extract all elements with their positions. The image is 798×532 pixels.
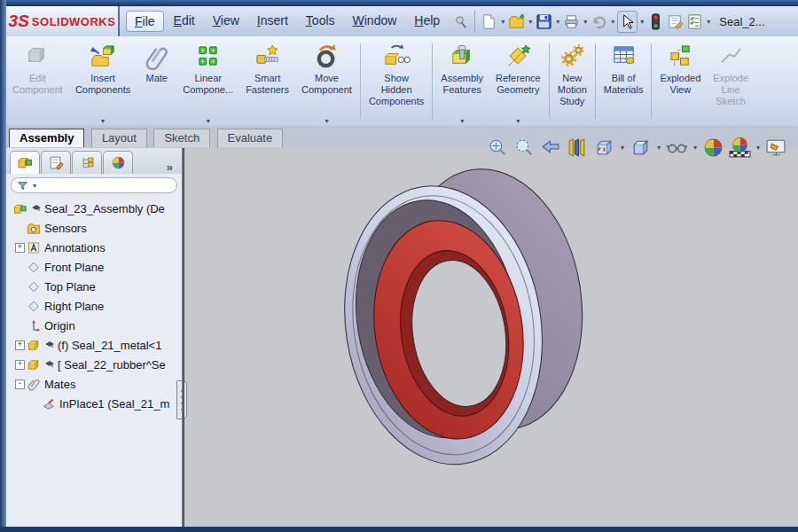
- rebuild-button[interactable]: [646, 12, 665, 32]
- menu-edit[interactable]: Edit: [166, 11, 203, 32]
- apply-scene-button[interactable]: [728, 136, 752, 160]
- tree-label: Right Plane: [44, 300, 104, 313]
- display-style-caret[interactable]: ▾: [657, 144, 661, 152]
- menu-help[interactable]: Help: [406, 11, 448, 32]
- exploded-view-button[interactable]: Exploded View: [653, 36, 707, 126]
- tree-item-mates[interactable]: - Mates: [6, 374, 182, 394]
- tree-label: Seal_23_Assembly (De: [44, 202, 165, 215]
- tree-filter-input[interactable]: ▾: [11, 177, 177, 193]
- new-motion-study-button[interactable]: New Motion Study: [552, 36, 593, 126]
- seal-assembly-model[interactable]: [340, 162, 588, 468]
- tab-assembly[interactable]: Assembly: [9, 129, 84, 147]
- open-button[interactable]: [507, 12, 526, 32]
- section-view-button[interactable]: [566, 136, 590, 160]
- bill-of-materials-button[interactable]: Bill of Materials: [598, 36, 650, 126]
- save-button[interactable]: [535, 12, 553, 32]
- save-icon: [536, 13, 552, 30]
- tab-layout[interactable]: Layout: [91, 129, 147, 147]
- pin-menu-button[interactable]: [451, 12, 470, 32]
- propertymanager-tab[interactable]: [41, 151, 71, 174]
- move-component-icon: [313, 43, 340, 70]
- new-document-button[interactable]: [480, 12, 498, 32]
- open-dropdown-caret[interactable]: ▾: [528, 18, 532, 26]
- panel-viewport-divider[interactable]: [182, 148, 184, 527]
- mate-label: Mate: [146, 73, 168, 84]
- expand-toggle[interactable]: +: [15, 340, 25, 350]
- tab-evaluate[interactable]: Evaluate: [217, 129, 284, 147]
- linear-component-pattern-caret[interactable]: ▾: [207, 117, 210, 125]
- menu-view[interactable]: View: [205, 11, 247, 32]
- reference-geometry-button[interactable]: Reference Geometry ▾: [489, 36, 547, 126]
- select-tool-button[interactable]: [617, 11, 638, 33]
- displaymanager-tab[interactable]: [103, 151, 133, 174]
- featuremanager-tree-tab[interactable]: [10, 151, 40, 174]
- tree-item-inplace1-mate[interactable]: InPlace1 (Seal_21_m: [6, 394, 182, 413]
- insert-components-caret[interactable]: ▾: [101, 117, 105, 125]
- show-hidden-components-icon: [383, 43, 411, 70]
- menu-insert[interactable]: Insert: [249, 11, 296, 32]
- show-hidden-components-button[interactable]: Show Hidden Components: [363, 36, 430, 126]
- tree-item-origin[interactable]: Origin: [6, 316, 182, 335]
- view-settings-button[interactable]: [764, 136, 788, 160]
- move-component-caret[interactable]: ▾: [325, 117, 328, 125]
- insert-components-button[interactable]: Insert Components ▾: [69, 36, 137, 126]
- filter-dropdown-caret[interactable]: ▾: [33, 182, 36, 190]
- tree-item-front-plane[interactable]: Front Plane: [6, 257, 182, 277]
- tree-item-seal-21-metal[interactable]: + (f) Seal_21_metal<1: [6, 335, 182, 355]
- tab-sketch[interactable]: Sketch: [153, 129, 210, 147]
- reference-geometry-caret[interactable]: ▾: [516, 117, 520, 125]
- tree-item-right-plane[interactable]: Right Plane: [6, 296, 182, 316]
- hide-show-items-caret[interactable]: ▾: [693, 144, 697, 152]
- display-style-button[interactable]: [629, 136, 653, 160]
- tree-item-sensors[interactable]: Sensors: [6, 218, 182, 238]
- move-component-button[interactable]: Move Component ▾: [295, 36, 358, 126]
- assembly-features-button[interactable]: Assembly Features ▾: [434, 36, 489, 126]
- design-checker-button[interactable]: [685, 12, 704, 32]
- tree-item-top-plane[interactable]: Top Plane: [6, 277, 182, 296]
- menu-window[interactable]: Window: [345, 11, 405, 32]
- featuremanager-tree-icon: [18, 155, 33, 170]
- assembly-features-caret[interactable]: ▾: [460, 117, 464, 125]
- print-dropdown-caret[interactable]: ▾: [583, 18, 587, 26]
- undo-button[interactable]: [590, 12, 608, 32]
- tree-item-seal-22-rubber[interactable]: + [ Seal_22_rubber^Se: [6, 355, 182, 374]
- insert-components-icon: [90, 43, 117, 70]
- edit-component-button: Edit Component: [6, 36, 69, 126]
- apply-scene-caret[interactable]: ▾: [756, 144, 760, 152]
- menu-bar: 3S SOLIDWORKS File Edit View Insert Tool…: [6, 6, 798, 36]
- save-dropdown-caret[interactable]: ▾: [556, 18, 559, 26]
- graphics-area[interactable]: [184, 148, 798, 527]
- smart-fasteners-label: Smart Fasteners: [246, 73, 289, 96]
- hide-show-items-button[interactable]: [665, 136, 689, 160]
- select-dropdown-caret[interactable]: ▾: [640, 18, 644, 26]
- origin-icon: [27, 319, 41, 332]
- configurationmanager-tab[interactable]: [72, 151, 102, 174]
- options-button[interactable]: [666, 12, 685, 32]
- panel-overflow-chevron[interactable]: »: [167, 160, 173, 174]
- tree-label: Front Plane: [44, 261, 104, 274]
- view-orientation-caret[interactable]: ▾: [621, 144, 624, 152]
- smart-fasteners-button[interactable]: Smart Fasteners: [239, 36, 295, 126]
- zoom-to-area-button[interactable]: [512, 136, 536, 160]
- menu-file[interactable]: File: [126, 11, 164, 32]
- tree-item-annotations[interactable]: + Annotations: [6, 238, 182, 257]
- previous-view-button[interactable]: [539, 136, 563, 160]
- tree-item-assembly-root[interactable]: Seal_23_Assembly (De: [6, 199, 182, 218]
- print-button[interactable]: [562, 12, 581, 32]
- model-canvas[interactable]: [340, 162, 588, 468]
- previous-view-icon: [540, 137, 562, 159]
- edit-appearance-button[interactable]: [701, 136, 725, 160]
- linear-component-pattern-button[interactable]: Linear Compone... ▾: [176, 36, 239, 126]
- window-border-top: [0, 0, 798, 6]
- design-checker-dropdown-caret[interactable]: ▾: [707, 18, 710, 26]
- expand-toggle[interactable]: -: [15, 379, 25, 389]
- expand-toggle[interactable]: +: [15, 243, 25, 253]
- view-settings-icon: [765, 137, 787, 159]
- view-orientation-button[interactable]: [592, 136, 616, 160]
- edit-appearance-icon: [702, 137, 724, 159]
- expand-toggle[interactable]: +: [15, 360, 25, 370]
- zoom-to-fit-button[interactable]: [486, 136, 510, 160]
- menu-tools[interactable]: Tools: [298, 11, 343, 32]
- new-dropdown-caret[interactable]: ▾: [501, 18, 505, 26]
- mate-button[interactable]: Mate: [137, 36, 176, 126]
